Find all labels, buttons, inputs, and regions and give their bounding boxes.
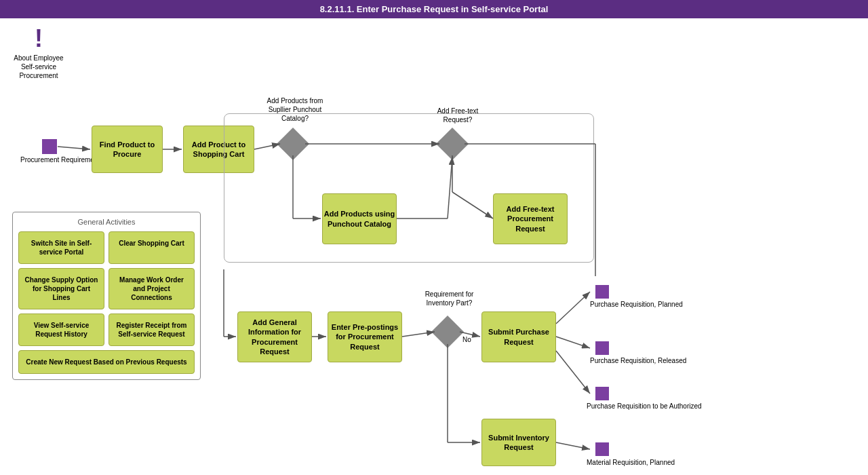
add-freetext-node[interactable]: Add Free-text Procurement Request	[493, 193, 568, 244]
enter-postings-node[interactable]: Enter Pre-postings for Procurement Reque…	[328, 311, 402, 362]
pr-released-icon	[595, 341, 609, 355]
procurement-req-icon	[42, 139, 57, 154]
page-header: 8.2.11.1. Enter Purchase Request in Self…	[0, 0, 868, 18]
svg-line-8	[448, 157, 452, 218]
pr-authorize-label: Purchase Requisition to be Authorized	[587, 402, 702, 411]
about-section: ! About Employee Self-service Procuremen…	[8, 26, 69, 80]
svg-line-3	[254, 144, 280, 149]
add-general-node[interactable]: Add General Information for Procurement …	[237, 311, 312, 362]
svg-line-21	[556, 337, 590, 348]
submit-inventory-node[interactable]: Submit Inventory Request	[481, 419, 556, 466]
general-item-create[interactable]: Create New Request Based on Previous Req…	[18, 350, 195, 374]
svg-line-20	[556, 292, 590, 324]
svg-line-1	[58, 147, 90, 149]
procurement-req-label: Procurement Requirement	[20, 155, 100, 164]
svg-line-10	[452, 192, 493, 218]
general-item-manage[interactable]: Manage Work Order and Project Connection…	[108, 268, 195, 309]
submit-purchase-node[interactable]: Submit Purchase Request	[481, 311, 556, 362]
main-canvas: ! About Employee Self-service Procuremen…	[0, 18, 868, 474]
svg-line-23	[556, 442, 590, 449]
freetext-diamond	[436, 128, 469, 160]
punchout-diamond	[277, 128, 309, 160]
svg-line-16	[402, 332, 435, 337]
add-punchout-node[interactable]: Add Products using Punchout Catalog	[322, 193, 397, 244]
general-activities-box: General Activities Switch Site in Self-s…	[12, 212, 201, 380]
punchout-label: Add Products from Supllier Punchout Cata…	[264, 96, 326, 123]
exclaim-icon: !	[35, 26, 43, 51]
general-item-switch[interactable]: Switch Site in Self-service Portal	[18, 231, 104, 264]
general-item-view[interactable]: View Self-service Request History	[18, 314, 104, 346]
general-title: General Activities	[18, 218, 195, 226]
svg-line-22	[556, 351, 590, 394]
general-grid: Switch Site in Self-service Portal Clear…	[18, 231, 195, 374]
header-title: 8.2.11.1. Enter Purchase Request in Self…	[320, 4, 549, 14]
general-item-register[interactable]: Register Receipt from Self-service Reque…	[108, 314, 195, 346]
pr-released-label: Purchase Requisition, Released	[590, 356, 686, 365]
find-product-node[interactable]: Find Product to Procure	[92, 126, 163, 173]
pr-authorize-icon	[595, 387, 609, 400]
add-product-node[interactable]: Add Product to Shopping Cart	[183, 126, 254, 173]
no-label: No	[462, 336, 471, 343]
mr-planned-icon	[595, 442, 609, 456]
exclaim-label: About Employee Self-service Procurement	[8, 54, 69, 80]
inventory-diamond	[431, 316, 464, 348]
general-item-supply[interactable]: Change Supply Option for Shopping Cart L…	[18, 268, 104, 309]
inventory-label: Requirement for Inventory Part?	[414, 290, 485, 307]
pr-planned-icon	[595, 285, 609, 299]
mr-planned-label: Material Requisition, Planned	[587, 458, 675, 467]
pr-planned-label: Purchase Requisition, Planned	[590, 300, 683, 309]
freetext-label: Add Free-text Request?	[431, 107, 485, 124]
general-item-clear[interactable]: Clear Shopping Cart	[108, 231, 195, 264]
